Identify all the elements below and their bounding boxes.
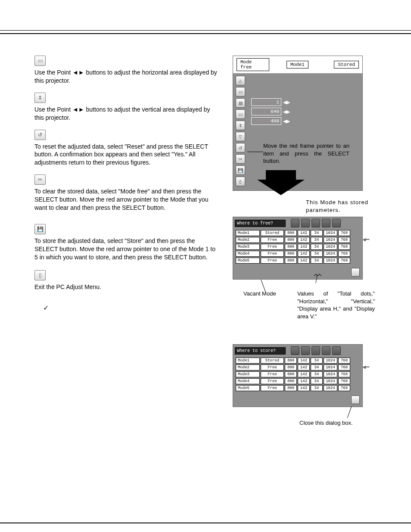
total-dots-icon[interactable]: ▤ [236, 98, 245, 108]
mode-value: 768 [338, 244, 350, 250]
tab-stored[interactable]: Stored [334, 61, 359, 68]
store-menu-icon[interactable]: 💾 [236, 165, 245, 175]
col-icon-s4 [322, 346, 330, 355]
mode-value: 768 [338, 371, 350, 377]
mode-free-section: ✂ To clear the stored data, select "Mode… [34, 174, 220, 212]
table-row[interactable]: Mode3Free800142341024768 [236, 371, 350, 377]
mode-value: 768 [338, 358, 350, 364]
table-row[interactable]: Mode1Stored800142341024768 [236, 230, 350, 236]
mode-value: 800 [285, 237, 297, 243]
reset-section: ↺ To reset the adjusted data, select "Re… [34, 130, 220, 167]
red-pointer-arrow: ◀━ [362, 236, 369, 243]
value-row-3: 480 ◀▶ [251, 117, 290, 125]
big-down-arrow [266, 170, 305, 195]
mode-free-menu-icon[interactable]: ✂ [236, 154, 245, 164]
value-box-1: 1 [251, 98, 281, 106]
col-icon-s3 [311, 346, 320, 355]
mode-value: 800 [285, 385, 297, 391]
mode-value: 142 [298, 378, 310, 384]
mode-name: Mode4 [236, 378, 260, 384]
arrow-up-icon[interactable]: △ [236, 76, 245, 85]
mode-value: 768 [338, 251, 350, 257]
vacant-mode-label: Vacant Mode [243, 290, 276, 298]
store-text: To store the adjusted data, select "Stor… [34, 237, 220, 261]
close-dialog-label: Close this dialog box. [299, 419, 353, 427]
side-icon-strip: △ ▭ ▤ ▭ ⇕ ▽ ↺ ✂ 💾 ▯ [236, 76, 245, 188]
mode-name: Mode2 [236, 364, 260, 370]
col-icon-5 [332, 219, 341, 227]
modes-table-store: Mode1Stored800142341024768Mode2Free80014… [235, 357, 351, 392]
where-to-free-title: Where to free? [235, 220, 286, 227]
mode-status: Free [261, 237, 284, 243]
col-icon-s5 [332, 346, 341, 355]
display-area-v-text: Use the Point ◄► buttons to adjust the v… [34, 106, 220, 122]
adjust-arrows-1[interactable]: ◀▶ [283, 100, 290, 105]
mode-status: Free [261, 251, 284, 257]
table-row[interactable]: Mode4Free800142341024768 [236, 251, 350, 257]
mode-status: Free [261, 258, 284, 264]
where-to-free-panel: Where to free? Mode1Stored80014234102476… [233, 217, 363, 280]
vertical-icon[interactable]: ⇕ [236, 121, 245, 130]
modes-table-free: Mode1Stored800142341024768Mode2Free80014… [235, 229, 351, 264]
quit-menu-icon[interactable]: ▯ [236, 177, 245, 186]
checkmark-note: ✓ [34, 304, 220, 312]
display-area-h-text: Use the Point ◄► buttons to adjust the h… [34, 68, 220, 85]
adjust-arrows-3[interactable]: ◀▶ [283, 118, 290, 124]
table-row[interactable]: Mode1Stored800142341024768 [236, 358, 350, 364]
mode-value: 142 [298, 244, 310, 250]
mode-value: 768 [338, 258, 350, 264]
left-column: ▭ Use the Point ◄► buttons to adjust the… [34, 56, 233, 312]
mode-value: 34 [311, 237, 323, 243]
close-icon[interactable] [351, 268, 360, 277]
close-icon-store[interactable] [351, 395, 360, 404]
where-to-store-panel: Where to store? Mode1Stored8001423410247… [233, 344, 363, 407]
table-row[interactable]: Mode5Free800142341024768 [236, 385, 350, 391]
mode-value: 768 [338, 385, 350, 391]
pc-adjust-menu-panel: Mode free Mode1 Stored △ ▭ ▤ ▭ ⇕ ▽ ↺ [233, 56, 363, 191]
mode-value: 800 [285, 230, 297, 236]
mode-status: Free [261, 244, 284, 250]
values-description-label: Values of "Total dots," "Horizontal," "V… [297, 290, 375, 320]
mode-value: 800 [285, 364, 297, 370]
mode-name: Mode5 [236, 258, 260, 264]
mode-value: 142 [298, 251, 310, 257]
mode-status: Free [261, 371, 284, 377]
horizontal-icon[interactable]: ▭ [236, 109, 245, 119]
display-area-h-section: ▭ Use the Point ◄► buttons to adjust the… [34, 56, 220, 85]
table-row[interactable]: Mode5Free800142341024768 [236, 258, 350, 264]
mode-value: 1024 [324, 244, 337, 250]
quit-icon: ▯ [34, 270, 46, 280]
display-area-h-icon: ▭ [34, 56, 46, 66]
mode-value: 34 [311, 258, 323, 264]
mode-value: 800 [285, 244, 297, 250]
mode-value: 1024 [324, 258, 337, 264]
mode-value: 34 [311, 230, 323, 236]
mode-value: 142 [298, 371, 310, 377]
mode-name: Mode1 [236, 358, 260, 364]
h-area-icon[interactable]: ▭ [236, 87, 245, 96]
tab-mode1[interactable]: Mode1 [286, 61, 308, 68]
mode-value: 1024 [324, 251, 337, 257]
mode-value: 1024 [324, 237, 337, 243]
table-row[interactable]: Mode4Free800142341024768 [236, 378, 350, 384]
table-row[interactable]: Mode2Free800142341024768 [236, 237, 350, 243]
mode-value: 800 [285, 258, 297, 264]
tab-mode-free[interactable]: Mode free [237, 58, 269, 71]
right-column: Mode free Mode1 Stored △ ▭ ▤ ▭ ⇕ ▽ ↺ [233, 56, 392, 433]
adjust-arrows-2[interactable]: ◀▶ [283, 109, 290, 115]
table-row[interactable]: Mode3Free800142341024768 [236, 244, 350, 250]
red-pointer-arrow-store: ◀━ [362, 364, 369, 370]
where-to-store-title: Where to store? [235, 347, 286, 355]
mode-name: Mode2 [236, 237, 260, 243]
reset-menu-icon[interactable]: ↺ [236, 143, 245, 152]
col-icon-1 [291, 219, 299, 227]
mode-value: 34 [311, 358, 323, 364]
mode-value: 1024 [324, 378, 337, 384]
mode-value: 142 [298, 364, 310, 370]
mode-value: 34 [311, 364, 323, 370]
reset-icon: ↺ [34, 130, 46, 140]
mode-status: Free [261, 385, 284, 391]
arrow-down-icon[interactable]: ▽ [236, 132, 245, 141]
table-row[interactable]: Mode2Free800142341024768 [236, 364, 350, 370]
mode-value: 142 [298, 385, 310, 391]
